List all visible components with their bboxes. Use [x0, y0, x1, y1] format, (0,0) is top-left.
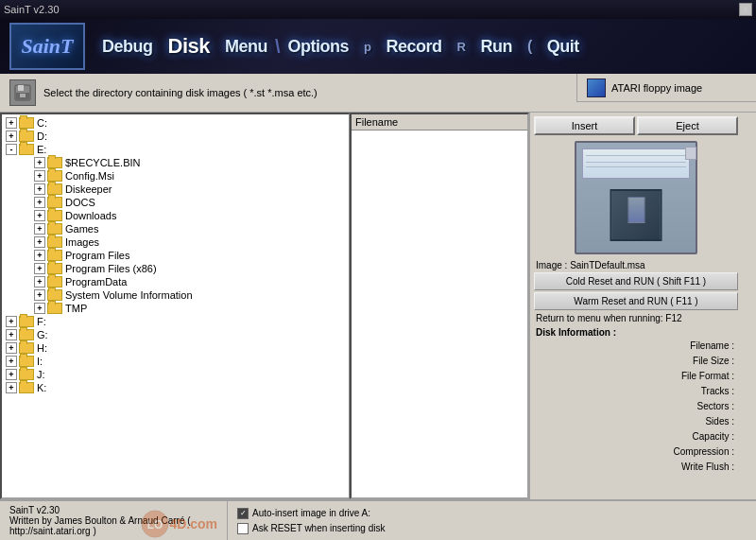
disk-info-title: Disk Information :	[534, 324, 738, 339]
svg-text:LO: LO	[147, 518, 163, 531]
disk-writeflush-label: Write Flush :	[681, 460, 734, 475]
menu-menu[interactable]: Menu	[217, 33, 275, 61]
folder-icon-f	[19, 316, 34, 327]
drive-d-label: D:	[37, 131, 47, 142]
svg-rect-1	[18, 85, 24, 91]
menu-options[interactable]: Options	[281, 33, 357, 61]
expand-e[interactable]: -	[6, 144, 17, 155]
menu-debug[interactable]: Debug	[94, 33, 161, 61]
disk-sectors-row: Sectors :	[534, 399, 738, 414]
expand-f[interactable]: +	[6, 316, 17, 327]
label-programfiles: Program Files	[65, 250, 129, 261]
folder-icon-diskeeper	[47, 183, 62, 195]
cold-reset-button[interactable]: Cold Reset and RUN ( Shift F11 )	[534, 272, 738, 290]
expand-g[interactable]: +	[6, 329, 17, 340]
tree-item-g[interactable]: + G:	[4, 328, 347, 341]
expand-recycle[interactable]: +	[34, 157, 45, 168]
expand-k[interactable]: +	[6, 382, 17, 393]
expand-images[interactable]: +	[34, 236, 45, 248]
floppy-hub	[610, 189, 662, 241]
label-programfilesx86: Program Files (x86)	[65, 263, 157, 274]
expand-programfiles[interactable]: +	[34, 250, 45, 261]
filename-list[interactable]	[352, 131, 527, 497]
tree-item-f[interactable]: + F:	[4, 315, 347, 328]
label-tmp: TMP	[65, 303, 87, 314]
disk-sectors-label: Sectors :	[697, 399, 734, 414]
tree-item-tmp[interactable]: + TMP	[4, 302, 347, 315]
drive-h-label: H:	[37, 342, 47, 354]
close-button[interactable]: X	[739, 3, 752, 16]
auto-insert-label: Auto-insert image in drive A:	[252, 508, 370, 518]
auto-insert-checkbox[interactable]: ✓	[237, 508, 249, 519]
folder-icon-docs	[47, 197, 62, 208]
expand-games[interactable]: +	[34, 223, 45, 235]
tree-item-h[interactable]: + H:	[4, 341, 347, 355]
expand-d[interactable]: +	[6, 131, 17, 142]
expand-h[interactable]: +	[6, 342, 17, 354]
expand-docs[interactable]: +	[34, 197, 45, 208]
disk-capacity-row: Capacity :	[534, 429, 738, 444]
disk-fileformat-label: File Format :	[681, 369, 734, 384]
folder-icon-e	[19, 144, 34, 155]
auto-insert-row: ✓ Auto-insert image in drive A:	[237, 508, 747, 519]
title-bar: SainT v2.30 X	[0, 0, 756, 19]
folder-icon-j	[19, 369, 34, 380]
floppy-label: ATARI floppy image	[611, 82, 702, 94]
expand-programfilesx86[interactable]: +	[34, 263, 45, 274]
eject-button[interactable]: Eject	[637, 116, 738, 135]
tree-item-j[interactable]: + J:	[4, 368, 347, 381]
folder-icon-configmsi	[47, 170, 62, 182]
drive-f-label: F:	[37, 316, 46, 327]
tree-item-i[interactable]: + I:	[4, 355, 347, 368]
label-configmsi: Config.Msi	[65, 170, 114, 182]
tree-item-diskeeper[interactable]: + Diskeeper	[4, 183, 347, 196]
filename-header: Filename	[352, 114, 527, 131]
tree-item-images[interactable]: + Images	[4, 235, 347, 249]
expand-c[interactable]: +	[6, 117, 17, 129]
content-area: Select the directory containing disk ima…	[0, 74, 756, 540]
tree-item-games[interactable]: + Games	[4, 222, 347, 235]
tree-item-recycle[interactable]: + $RECYCLE.BIN	[4, 156, 347, 169]
tree-item-c[interactable]: + C:	[4, 116, 347, 130]
tree-item-k[interactable]: + K:	[4, 381, 347, 394]
disk-tracks-row: Tracks :	[534, 384, 738, 399]
folder-icon-downloads	[47, 210, 62, 221]
expand-i[interactable]: +	[6, 356, 17, 367]
menu-run[interactable]: Run	[472, 33, 520, 61]
tree-item-docs[interactable]: + DOCS	[4, 196, 347, 209]
directory-tree[interactable]: + C: + D: - E: +	[0, 113, 350, 499]
insert-button[interactable]: Insert	[534, 116, 635, 135]
menu-disk[interactable]: Disk	[161, 30, 217, 62]
expand-sysvolinfo[interactable]: +	[34, 289, 45, 301]
expand-tmp[interactable]: +	[34, 303, 45, 314]
tree-item-programdata[interactable]: + ProgramData	[4, 275, 347, 288]
expand-j[interactable]: +	[6, 369, 17, 380]
label-sysvolinfo: System Volume Information	[65, 289, 193, 301]
menu-record[interactable]: Record	[379, 33, 450, 61]
warm-reset-button[interactable]: Warm Reset and RUN ( F11 )	[534, 292, 738, 310]
disk-info-details: Filename : File Size : File Format : Tra…	[534, 339, 738, 475]
tree-item-programfiles[interactable]: + Program Files	[4, 249, 347, 262]
disk-filesize-row: File Size :	[534, 354, 738, 369]
menu-quit[interactable]: Quit	[540, 33, 587, 61]
expand-configmsi[interactable]: +	[34, 170, 45, 182]
tree-item-sysvolinfo[interactable]: + System Volume Information	[4, 288, 347, 302]
tree-item-programfilesx86[interactable]: + Program Files (x86)	[4, 262, 347, 275]
label-programdata: ProgramData	[65, 276, 127, 287]
folder-icon-c	[19, 117, 34, 129]
tree-item-e[interactable]: - E:	[4, 143, 347, 156]
tree-item-downloads[interactable]: + Downloads	[4, 209, 347, 222]
expand-programdata[interactable]: +	[34, 276, 45, 287]
drive-j-label: J:	[37, 369, 45, 380]
disk-compression-row: Compression :	[534, 444, 738, 460]
tree-item-configmsi[interactable]: + Config.Msi	[4, 169, 347, 183]
tree-item-d[interactable]: + D:	[4, 130, 347, 143]
folder-icon-k	[19, 382, 34, 393]
drive-e-label: E:	[37, 144, 46, 155]
disk-icon-small	[9, 79, 36, 106]
expand-diskeeper[interactable]: +	[34, 183, 45, 195]
ask-reset-checkbox[interactable]	[237, 523, 249, 534]
expand-downloads[interactable]: +	[34, 210, 45, 221]
label-games: Games	[65, 223, 98, 235]
label-recycle: $RECYCLE.BIN	[65, 157, 140, 168]
